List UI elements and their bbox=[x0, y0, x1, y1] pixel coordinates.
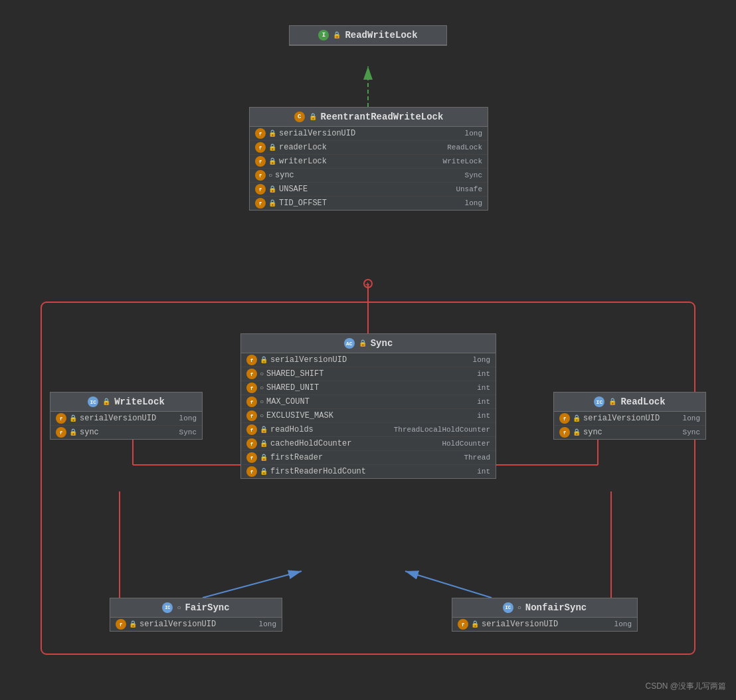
sync-field-4: f ○ MAX_COUNT int bbox=[241, 395, 496, 409]
readlock-header: IC 🔒 ReadLock bbox=[554, 393, 705, 412]
nonfairsync-box: IC ○ NonfairSync f 🔒 serialVersionUID lo… bbox=[452, 598, 638, 632]
fs-ftype-1: long bbox=[259, 620, 276, 628]
sync-circle-5: ○ bbox=[260, 412, 264, 420]
circle-4: ○ bbox=[268, 172, 272, 179]
field-sync: f ○ sync Sync bbox=[250, 169, 488, 183]
sync-field-3: f ○ SHARED_UNIT int bbox=[241, 381, 496, 395]
nfs-ficon-1: f bbox=[458, 619, 468, 630]
writelock-deco: 🔒 bbox=[102, 398, 110, 406]
sync-class-icon: AC bbox=[344, 338, 355, 349]
sync-ftype-9: int bbox=[477, 468, 490, 476]
rl-fname-2: sync bbox=[583, 428, 602, 437]
wl-ficon-2: f bbox=[56, 427, 66, 438]
nonfairsync-circle: ○ bbox=[517, 604, 521, 612]
sync-ficon-8: f bbox=[246, 452, 257, 463]
sync-circle-3: ○ bbox=[260, 385, 264, 392]
sync-fname-6: readHolds bbox=[270, 425, 314, 434]
field-icon-5: f bbox=[255, 184, 266, 195]
field-icon-6: f bbox=[255, 198, 266, 209]
wl-lock-2: 🔒 bbox=[69, 428, 77, 436]
rl-field-2: f 🔒 sync Sync bbox=[554, 426, 705, 439]
field-icon-3: f bbox=[255, 156, 266, 167]
class-icon: C bbox=[294, 112, 305, 122]
wl-fname-2: sync bbox=[80, 428, 99, 437]
readlock-icon: IC bbox=[594, 396, 604, 407]
sync-fname-3: SHARED_UNIT bbox=[266, 383, 319, 393]
reentrantreadwritelock-header: C 🔒 ReentrantReadWriteLock bbox=[250, 108, 488, 127]
field-unsafe: f 🔒 UNSAFE Unsafe bbox=[250, 183, 488, 197]
wl-field-1: f 🔒 serialVersionUID long bbox=[50, 412, 202, 426]
rl-ficon-1: f bbox=[559, 413, 570, 424]
lock-3: 🔒 bbox=[268, 157, 276, 165]
rl-ftype-2: Sync bbox=[683, 428, 700, 436]
fs-lock-1: 🔒 bbox=[129, 620, 137, 628]
sync-field-2: f ○ SHARED_SHIFT int bbox=[241, 367, 496, 381]
field-name-1: serialVersionUID bbox=[279, 129, 355, 138]
readlock-deco: 🔒 bbox=[608, 398, 616, 406]
sync-field-8: f 🔒 firstReader Thread bbox=[241, 451, 496, 465]
wl-fname-1: serialVersionUID bbox=[80, 414, 156, 423]
fairsync-title: FairSync bbox=[185, 602, 229, 613]
nonfairsync-header: IC ○ NonfairSync bbox=[452, 598, 637, 618]
lock-2: 🔒 bbox=[268, 143, 276, 151]
field-icon-1: f bbox=[255, 128, 266, 139]
field-type-6: long bbox=[465, 199, 482, 207]
watermark: CSDN @没事儿写两篇 bbox=[645, 681, 726, 692]
svg-line-9 bbox=[203, 571, 302, 598]
readwritelock-header: I 🔒 ReadWriteLock bbox=[290, 26, 446, 45]
lock-decoration: 🔒 bbox=[333, 31, 341, 39]
fairsync-box: IC ○ FairSync f 🔒 serialVersionUID long bbox=[110, 598, 282, 632]
sync-lock-8: 🔒 bbox=[260, 454, 268, 462]
rl-fname-1: serialVersionUID bbox=[583, 414, 660, 423]
field-name-6: TID_OFFSET bbox=[279, 199, 327, 208]
sync-ftype-7: HoldCounter bbox=[442, 440, 490, 448]
sync-lock-deco: 🔒 bbox=[359, 339, 367, 347]
field-readerlock: f 🔒 readerLock ReadLock bbox=[250, 141, 488, 155]
svg-line-10 bbox=[405, 571, 492, 598]
lock-6: 🔒 bbox=[268, 199, 276, 207]
nfs-fname-1: serialVersionUID bbox=[482, 620, 558, 629]
nfs-field-1: f 🔒 serialVersionUID long bbox=[452, 618, 637, 631]
sync-title: Sync bbox=[371, 338, 393, 349]
sync-ficon-3: f bbox=[246, 383, 257, 393]
field-icon-4: f bbox=[255, 170, 266, 181]
sync-ficon-2: f bbox=[246, 369, 257, 379]
lock-decoration2: 🔒 bbox=[309, 113, 317, 121]
sync-lock-1: 🔒 bbox=[260, 356, 268, 364]
readwritelock-box: I 🔒 ReadWriteLock bbox=[289, 25, 447, 46]
sync-ftype-4: int bbox=[477, 398, 490, 406]
sync-field-6: f 🔒 readHolds ThreadLocalHoldCounter bbox=[241, 423, 496, 437]
sync-ficon-7: f bbox=[246, 438, 257, 449]
field-writerlock: f 🔒 writerLock WriteLock bbox=[250, 155, 488, 169]
writelock-title: WriteLock bbox=[114, 396, 165, 407]
readlock-title: ReadLock bbox=[620, 396, 665, 407]
field-type-4: Sync bbox=[465, 171, 482, 179]
sync-circle-2: ○ bbox=[260, 371, 264, 378]
sync-ficon-4: f bbox=[246, 396, 257, 407]
sync-lock-9: 🔒 bbox=[260, 468, 268, 476]
sync-field-1: f 🔒 serialVersionUID long bbox=[241, 353, 496, 367]
field-name-2: readerLock bbox=[279, 143, 327, 152]
diagram-container: + I 🔒 ReadWriteLock bbox=[0, 0, 736, 700]
field-type-1: long bbox=[465, 130, 482, 137]
sync-ftype-6: ThreadLocalHoldCounter bbox=[394, 426, 490, 434]
writelock-box: IC 🔒 WriteLock f 🔒 serialVersionUID long… bbox=[50, 392, 203, 440]
sync-fname-1: serialVersionUID bbox=[270, 355, 347, 365]
rl-lock-2: 🔒 bbox=[573, 428, 581, 436]
sync-ftype-3: int bbox=[477, 384, 490, 392]
reentrantreadwritelock-box: C 🔒 ReentrantReadWriteLock f 🔒 serialVer… bbox=[249, 107, 488, 211]
sync-header: AC 🔒 Sync bbox=[241, 334, 496, 353]
sync-ftype-5: int bbox=[477, 412, 490, 420]
writelock-header: IC 🔒 WriteLock bbox=[50, 393, 202, 412]
wl-ftype-2: Sync bbox=[179, 428, 197, 436]
field-serialversionuid: f 🔒 serialVersionUID long bbox=[250, 127, 488, 141]
field-icon-2: f bbox=[255, 142, 266, 153]
sync-box: AC 🔒 Sync f 🔒 serialVersionUID long f ○ … bbox=[240, 333, 496, 479]
field-type-2: ReadLock bbox=[447, 143, 482, 151]
rl-lock-1: 🔒 bbox=[573, 414, 581, 422]
wl-ficon-1: f bbox=[56, 413, 66, 424]
interface-icon: I bbox=[318, 30, 329, 41]
wl-lock-1: 🔒 bbox=[69, 414, 77, 422]
fs-field-1: f 🔒 serialVersionUID long bbox=[110, 618, 282, 631]
sync-ftype-8: Thread bbox=[464, 454, 490, 462]
